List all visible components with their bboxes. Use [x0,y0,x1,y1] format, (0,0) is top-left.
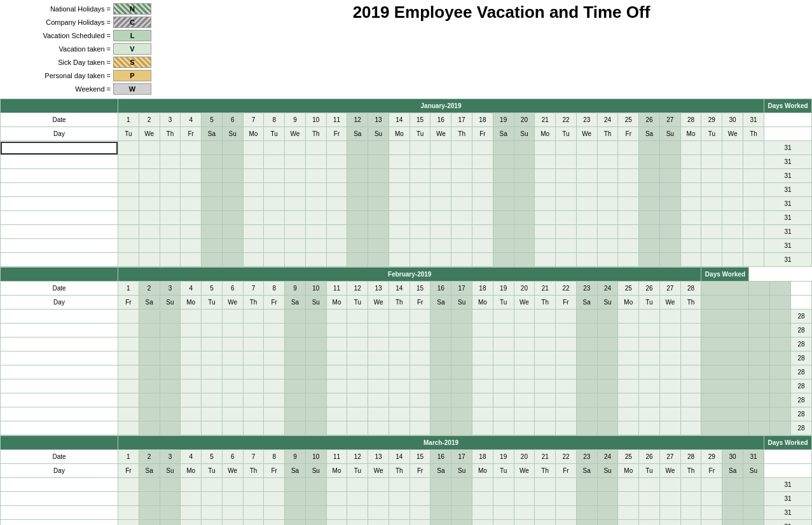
employee-day-cell[interactable] [389,169,409,183]
employee-day-cell[interactable] [202,379,223,393]
employee-day-cell[interactable] [118,197,139,211]
employee-day-cell[interactable] [139,141,160,155]
employee-day-cell[interactable] [181,169,202,183]
employee-day-cell[interactable] [368,225,389,239]
employee-day-cell[interactable] [576,141,597,155]
employee-day-cell[interactable] [409,365,430,379]
employee-day-cell[interactable] [389,225,409,239]
employee-day-cell[interactable] [139,324,160,338]
employee-day-cell[interactable] [680,211,701,225]
employee-day-cell[interactable] [535,239,556,253]
employee-day-cell[interactable] [181,310,202,324]
employee-day-cell[interactable] [722,492,743,506]
employee-day-cell[interactable] [576,338,597,351]
employee-day-cell[interactable] [285,197,306,211]
employee-day-cell[interactable] [514,365,535,379]
employee-day-cell[interactable] [680,239,701,253]
employee-day-cell[interactable] [285,365,306,379]
employee-day-cell[interactable] [597,211,618,225]
employee-day-cell[interactable] [181,253,202,267]
employee-day-cell[interactable] [264,407,285,421]
employee-day-cell[interactable] [264,239,285,253]
employee-day-cell[interactable] [770,310,791,324]
employee-day-cell[interactable] [368,379,389,393]
employee-day-cell[interactable] [222,506,243,520]
employee-day-cell[interactable] [770,324,791,338]
employee-day-cell[interactable] [556,393,577,407]
employee-day-cell[interactable] [409,141,430,155]
employee-day-cell[interactable] [556,183,577,197]
employee-day-cell[interactable] [160,379,181,393]
employee-day-cell[interactable] [202,225,223,239]
employee-day-cell[interactable] [514,310,535,324]
employee-day-cell[interactable] [326,239,347,253]
employee-day-cell[interactable] [430,421,451,435]
employee-day-cell[interactable] [680,421,701,435]
employee-day-cell[interactable] [118,225,139,239]
employee-day-cell[interactable] [597,197,618,211]
employee-day-cell[interactable] [618,520,639,526]
employee-day-cell[interactable] [264,324,285,338]
employee-day-cell[interactable] [347,310,368,324]
employee-day-cell[interactable] [305,324,326,338]
employee-day-cell[interactable] [493,478,514,492]
employee-day-cell[interactable] [347,393,368,407]
employee-day-cell[interactable] [556,253,577,267]
employee-day-cell[interactable] [409,351,430,365]
employee-day-cell[interactable] [160,506,181,520]
employee-day-cell[interactable] [472,211,493,225]
employee-day-cell[interactable] [202,393,223,407]
employee-day-cell[interactable] [597,169,618,183]
employee-day-cell[interactable] [659,478,680,492]
employee-day-cell[interactable] [701,407,749,421]
employee-day-cell[interactable] [493,211,514,225]
employee-day-cell[interactable] [514,225,535,239]
employee-day-cell[interactable] [160,520,181,526]
employee-day-cell[interactable] [493,492,514,506]
employee-day-cell[interactable] [139,492,160,506]
employee-day-cell[interactable] [451,351,472,365]
employee-day-cell[interactable] [659,421,680,435]
employee-day-cell[interactable] [556,379,577,393]
employee-day-cell[interactable] [305,197,326,211]
employee-day-cell[interactable] [305,492,326,506]
employee-day-cell[interactable] [118,520,139,526]
employee-day-cell[interactable] [285,478,306,492]
employee-day-cell[interactable] [472,183,493,197]
employee-day-cell[interactable] [389,253,409,267]
employee-day-cell[interactable] [701,155,722,169]
employee-day-cell[interactable] [160,421,181,435]
employee-day-cell[interactable] [160,169,181,183]
employee-day-cell[interactable] [368,421,389,435]
employee-day-cell[interactable] [472,197,493,211]
employee-day-cell[interactable] [347,407,368,421]
employee-day-cell[interactable] [243,310,264,324]
employee-day-cell[interactable] [535,506,556,520]
employee-day-cell[interactable] [409,225,430,239]
employee-day-cell[interactable] [430,351,451,365]
employee-day-cell[interactable] [514,421,535,435]
employee-day-cell[interactable] [701,183,722,197]
employee-day-cell[interactable] [749,324,770,338]
employee-day-cell[interactable] [493,407,514,421]
employee-day-cell[interactable] [472,492,493,506]
employee-day-cell[interactable] [285,421,306,435]
employee-day-cell[interactable] [472,478,493,492]
employee-day-cell[interactable] [451,407,472,421]
employee-day-cell[interactable] [160,351,181,365]
employee-day-cell[interactable] [326,478,347,492]
employee-day-cell[interactable] [160,365,181,379]
employee-day-cell[interactable] [264,421,285,435]
employee-day-cell[interactable] [451,169,472,183]
employee-day-cell[interactable] [202,183,223,197]
employee-day-cell[interactable] [243,169,264,183]
employee-day-cell[interactable] [597,239,618,253]
employee-day-cell[interactable] [347,421,368,435]
employee-day-cell[interactable] [722,478,743,492]
employee-day-cell[interactable] [514,239,535,253]
employee-day-cell[interactable] [556,169,577,183]
employee-day-cell[interactable] [514,183,535,197]
employee-day-cell[interactable] [472,310,493,324]
employee-day-cell[interactable] [618,197,639,211]
employee-day-cell[interactable] [264,338,285,351]
